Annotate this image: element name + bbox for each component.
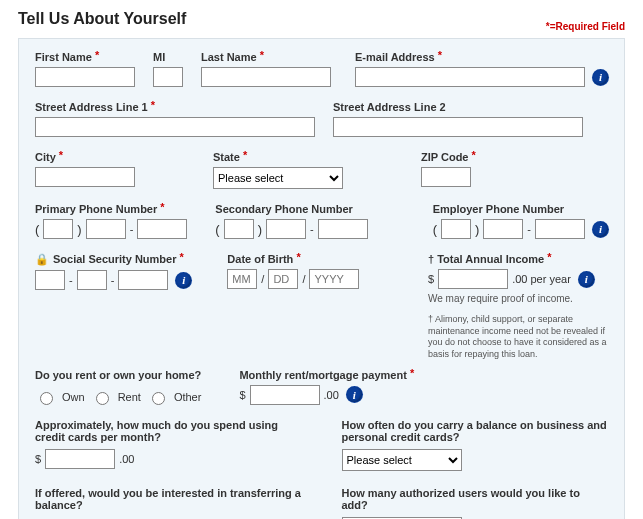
dollar-sign: $ [239, 389, 245, 401]
ssn-3[interactable] [118, 270, 168, 290]
city-input[interactable] [35, 167, 135, 187]
label-addr1: Street Address Line 1 * [35, 101, 315, 113]
label-ssn: 🔒Social Security Number * [35, 253, 191, 266]
info-icon[interactable]: i [593, 70, 608, 85]
pphone-line[interactable] [137, 219, 187, 239]
mi-input[interactable] [153, 67, 183, 87]
ssn-1[interactable] [35, 270, 65, 290]
state-select[interactable]: Please select [213, 167, 343, 189]
label-other: Other [174, 391, 202, 403]
info-icon[interactable]: i [347, 387, 362, 402]
dob-yyyy[interactable] [309, 269, 359, 289]
label-dob: Date of Birth * [227, 253, 359, 265]
cc-spend-input[interactable] [45, 449, 115, 469]
label-pphone: Primary Phone Number * [35, 203, 187, 215]
label-last-name: Last Name * [201, 51, 331, 63]
last-name-input[interactable] [201, 67, 331, 87]
dollar-sign: $ [35, 453, 41, 465]
addr2-input[interactable] [333, 117, 583, 137]
sphone-area[interactable] [224, 219, 254, 239]
alimony-note: † Alimony, child support, or separate ma… [428, 314, 608, 361]
info-icon[interactable]: i [579, 272, 594, 287]
lock-icon: 🔒 [35, 253, 49, 265]
sphone-line[interactable] [318, 219, 368, 239]
cents: .00 [324, 389, 339, 401]
ephone-area[interactable] [441, 219, 471, 239]
label-state: State * [213, 151, 343, 163]
form-panel: First Name * MI Last Name * E-mail Addre… [18, 38, 625, 519]
dollar-sign: $ [428, 273, 434, 285]
label-zip: ZIP Code * [421, 151, 476, 163]
monthly-pay-input[interactable] [250, 385, 320, 405]
label-ephone: Employer Phone Number [433, 203, 608, 215]
ssn-2[interactable] [77, 270, 107, 290]
ephone-line[interactable] [535, 219, 585, 239]
radio-rent[interactable] [96, 392, 109, 405]
label-city: City * [35, 151, 135, 163]
income-unit: .00 per year [512, 273, 571, 285]
dob-dd[interactable] [268, 269, 298, 289]
label-balance-q: How often do you carry a balance on busi… [342, 419, 609, 443]
label-first-name: First Name * [35, 51, 135, 63]
label-email: E-mail Address * [355, 51, 608, 63]
income-note: We may require proof of income. [428, 293, 608, 304]
label-transfer-q: If offered, would you be interested in t… [35, 487, 302, 511]
info-icon[interactable]: i [593, 222, 608, 237]
info-icon[interactable]: i [176, 273, 191, 288]
income-input[interactable] [438, 269, 508, 289]
page-title: Tell Us About Yourself [18, 10, 186, 28]
dob-mm[interactable] [227, 269, 257, 289]
email-input[interactable] [355, 67, 585, 87]
required-note: *=Required Field [546, 21, 625, 32]
label-cc-spend: Approximately, how much do you spend usi… [35, 419, 302, 443]
label-monthly-pay: Monthly rent/mortgage payment * [239, 369, 414, 381]
radio-own[interactable] [40, 392, 53, 405]
ephone-prefix[interactable] [483, 219, 523, 239]
balance-select[interactable]: Please select [342, 449, 462, 471]
pphone-area[interactable] [43, 219, 73, 239]
label-income: † Total Annual Income * [428, 253, 608, 265]
sphone-prefix[interactable] [266, 219, 306, 239]
addr1-input[interactable] [35, 117, 315, 137]
label-rent: Rent [118, 391, 141, 403]
radio-other[interactable] [152, 392, 165, 405]
pphone-prefix[interactable] [86, 219, 126, 239]
cents: .00 [119, 453, 134, 465]
first-name-input[interactable] [35, 67, 135, 87]
label-addr2: Street Address Line 2 [333, 101, 608, 113]
label-own: Own [62, 391, 85, 403]
label-sphone: Secondary Phone Number [215, 203, 367, 215]
label-mi: MI [153, 51, 183, 63]
zip-input[interactable] [421, 167, 471, 187]
label-auth-users: How many authorized users would you like… [342, 487, 609, 511]
label-rent-own: Do you rent or own your home? [35, 369, 201, 381]
